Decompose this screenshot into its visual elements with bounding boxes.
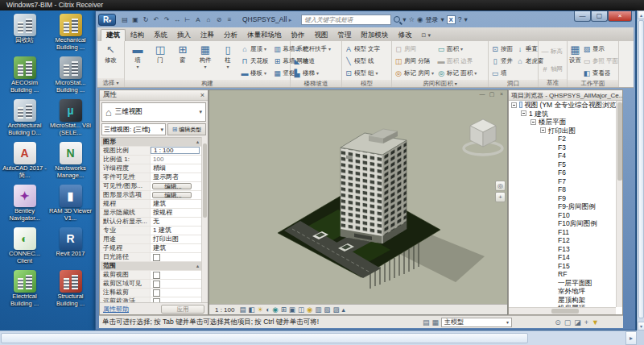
ramp-button[interactable]: ◣ 坡道 — [292, 55, 332, 67]
tree-expander-icon[interactable] — [530, 119, 536, 125]
area-boundary-button[interactable]: ▬ 面积 边界 — [436, 55, 477, 67]
property-row[interactable]: 视图比例 1 : 100 — [101, 147, 201, 156]
show-crop-icon[interactable]: ▣ — [289, 305, 295, 314]
section-icon[interactable]: ⊘ — [214, 15, 224, 25]
component-button[interactable]: ▦ 构件▾ — [194, 42, 217, 71]
desktop-icon-mechanical-building[interactable]: Mechanical Building ... — [47, 13, 93, 56]
tree-item[interactable]: F6 — [509, 168, 616, 177]
door-button[interactable]: ◫ 门 — [149, 42, 171, 71]
property-value[interactable] — [151, 289, 201, 297]
ribbon-tab[interactable]: 协作 — [287, 29, 310, 41]
sun-path-icon[interactable]: ☀ — [258, 305, 264, 314]
desktop-icon-microstation-building[interactable]: MicroStat... Building ... — [47, 56, 93, 98]
property-row[interactable]: 专业 1 建筑 — [101, 227, 201, 235]
ribbon-tab[interactable]: 管理 — [333, 29, 357, 41]
revit-titlebar[interactable]: R▾ ▤▣↻↶↷↔⊢A⌂⊘≡ QHSPSYS_All ▸ ▾ ☆ ◉ 登录 ▾ … — [96, 11, 635, 27]
pan-zoom-icon[interactable]: + — [495, 192, 506, 202]
opening-by-face-button[interactable]: ⊡ 按面 — [490, 43, 514, 55]
property-value[interactable]: 编辑... — [152, 192, 192, 198]
level-button[interactable]: — 标高 — [540, 48, 564, 56]
ribbon-tab[interactable]: 视图 — [310, 29, 333, 41]
default-3d-view-icon[interactable]: ⌂ — [204, 15, 213, 25]
visual-style-icon[interactable]: ◧ — [249, 305, 255, 314]
drawing-area[interactable]: — ▢ × ◎+ 1 : 100 ▤◧☀◐◉⊞▣◫◉▥▧▨▴ — [208, 89, 508, 315]
window-button[interactable]: ⊞ 窗 — [171, 42, 194, 71]
tree-item[interactable]: F2 — [509, 135, 616, 143]
property-value[interactable]: 建筑 — [151, 200, 201, 208]
floor-button[interactable]: ▬ 楼板 ▾ — [240, 67, 271, 79]
thin-lines-icon[interactable]: ≡ — [225, 15, 234, 25]
undo-icon[interactable]: ↶ — [151, 15, 161, 25]
property-value[interactable] — [151, 271, 201, 279]
view-restore-button[interactable]: ▢ — [488, 91, 496, 98]
ribbon-tab[interactable]: 建筑 — [101, 29, 126, 41]
tree-item[interactable]: F10 — [509, 211, 616, 220]
grid-button[interactable]: # 轴网 — [540, 65, 564, 73]
select-underlay-toggle-icon[interactable]: ▢ — [564, 318, 572, 326]
ribbon-tab[interactable]: 修改 — [394, 29, 417, 41]
tree-item[interactable]: 打印出图 — [509, 127, 616, 135]
property-row[interactable]: 范围 — [101, 262, 201, 271]
displacement-icon[interactable]: ▨ — [332, 305, 339, 314]
room-separator-button[interactable]: ◫ 房间 分隔 — [394, 55, 435, 67]
view-minimize-button[interactable]: — — [478, 91, 486, 98]
desktop-icon-architectural-building[interactable]: Architectural Building D... — [2, 98, 47, 141]
wall-button[interactable]: ▬ 墙▾ — [126, 42, 149, 71]
steering-wheel-icon[interactable]: ◎ — [495, 181, 506, 191]
temporary-hide-isolate-icon[interactable]: ◫ — [298, 305, 304, 314]
more-dropdown-icon[interactable]: ▴ — [341, 305, 345, 314]
worksharing-display-icon[interactable]: ▥ — [315, 305, 321, 314]
instance-selector[interactable]: 三维视图: {三维} ▾ — [101, 123, 166, 135]
design-options-select[interactable]: 主模型 ▾ — [441, 318, 512, 327]
property-value[interactable]: 1 : 100 — [151, 147, 200, 154]
scroll-up-icon[interactable]: ▴ — [638, 10, 644, 19]
shaft-opening-button[interactable]: ▯ 竖井 — [490, 55, 514, 67]
tree-item[interactable]: F14 — [509, 253, 616, 262]
tree-item[interactable]: F8 — [509, 185, 616, 194]
tree-item[interactable]: 室外地坪 — [509, 287, 616, 296]
ribbon-tab[interactable]: 系统 — [149, 29, 172, 41]
desktop-icon-navisworks-manage[interactable]: N Navisworks Manage... — [47, 141, 93, 184]
tree-item[interactable]: F12 — [509, 236, 616, 245]
tree-item[interactable]: F4 — [509, 152, 616, 160]
tree-item[interactable]: F13 — [509, 245, 616, 254]
model-text-button[interactable]: A 模型 文字 — [344, 43, 382, 55]
apply-button[interactable]: 应用 — [161, 305, 204, 314]
project-browser-header[interactable]: 项目浏览器 - QHSPSYS_AllMajor_Ce... × — [509, 90, 622, 101]
property-row[interactable]: 详细程度 精细 — [101, 164, 201, 173]
room-button[interactable]: ◻ 房间 — [394, 43, 435, 55]
tree-item[interactable]: F7 — [509, 177, 616, 186]
type-selector[interactable]: ⌂ 三维视图 ▾ — [101, 102, 206, 122]
ribbon-state-toggle[interactable]: ⊡▾ — [422, 32, 431, 41]
close-button[interactable]: × — [608, 11, 632, 22]
tree-expander-icon[interactable] — [511, 102, 517, 108]
help-icon[interactable]: ? — [458, 15, 462, 23]
panel-label-stairs[interactable]: 楼梯坡道 — [291, 80, 341, 87]
property-value[interactable]: 无 — [151, 218, 201, 226]
property-value[interactable]: 显示两者 — [151, 173, 201, 181]
desktop-icon-revit-2017[interactable]: R Revit 2017 — [47, 227, 93, 269]
tree-item[interactable]: F9-房间图例 — [509, 202, 616, 211]
ribbon-tab[interactable]: 附加模块 — [357, 29, 394, 41]
scroll-right-icon[interactable]: ▸ — [625, 331, 637, 345]
property-row[interactable]: 用途 打印出图 — [101, 235, 201, 244]
property-value[interactable]: 1 建筑 — [151, 227, 201, 235]
sign-in-button[interactable]: 登录 — [426, 15, 439, 24]
property-row[interactable]: 显示隐藏线 按规程 — [101, 209, 201, 218]
desktop-icon-structural-building[interactable]: Structural Building ... — [47, 269, 93, 312]
tree-item[interactable]: 视图 (YM 全专业综合视图浏览 — [509, 101, 616, 110]
property-row[interactable]: 默认分析显示... 无 — [101, 218, 201, 227]
detail-level-icon[interactable]: ▤ — [239, 305, 246, 314]
panel-label-datum[interactable]: 基准 — [539, 79, 567, 87]
railing-button[interactable]: ≡ 栏杆扶手 ▾ — [292, 43, 332, 55]
desktop-icon-microstation-v8i[interactable]: µ MicroStat... V8i (SELE... — [47, 98, 93, 141]
property-row[interactable]: 图形 — [101, 138, 201, 147]
property-row[interactable]: 裁剪区域可见 — [101, 280, 201, 289]
property-row[interactable]: 裁剪视图 — [101, 271, 201, 280]
property-row[interactable]: 可见性/图形... 编辑... — [101, 182, 201, 191]
minimize-button[interactable]: — — [574, 11, 591, 22]
aligned-dimension-icon[interactable]: ⊢ — [183, 15, 192, 25]
property-row[interactable]: 图形显示选项 编辑... — [101, 191, 201, 200]
drag-on-selection-toggle-icon[interactable]: + — [584, 318, 588, 326]
text-icon[interactable]: A — [193, 15, 203, 25]
